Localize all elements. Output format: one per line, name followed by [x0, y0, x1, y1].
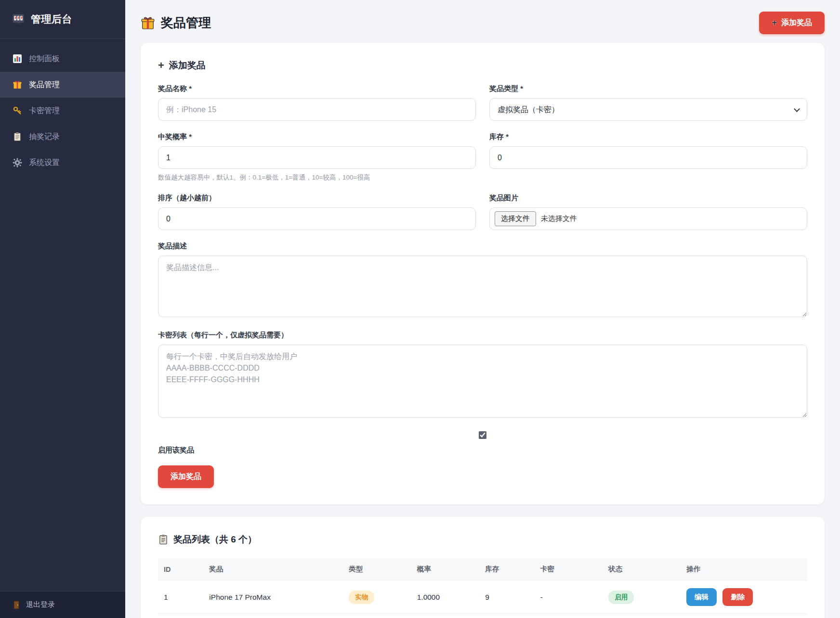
- prize-list-card: 奖品列表（共 6 个） ID 奖品 类型 概率 库存 卡密 状态 操作 1 iP…: [141, 517, 825, 618]
- sidebar-item-records[interactable]: 抽奖记录: [0, 124, 125, 150]
- sidebar-item-label: 卡密管理: [29, 106, 60, 116]
- col-stock: 库存: [479, 558, 535, 580]
- add-prize-card: + 添加奖品 奖品名称 * 奖品类型 * 虚拟奖品（卡密） 中奖概率 *: [141, 43, 825, 504]
- cards-label: 卡密列表（每行一个，仅虚拟奖品需要）: [158, 331, 807, 340]
- table-row: 2 美的电饭锅 虚拟 1.0000 10 0 个 启用 编辑 删除: [158, 614, 807, 618]
- edit-button[interactable]: 编辑: [686, 588, 717, 606]
- stock-input[interactable]: [489, 146, 807, 169]
- enable-prize-label: 启用该奖品: [158, 446, 807, 455]
- clipboard-icon: [158, 534, 169, 545]
- page-title-text: 奖品管理: [161, 14, 211, 31]
- probability-input[interactable]: [158, 146, 476, 169]
- dashboard-icon: [13, 54, 22, 64]
- sort-label: 排序（越小越前）: [158, 193, 476, 203]
- sidebar-item-prizes[interactable]: 奖品管理: [0, 72, 125, 98]
- prize-type-select[interactable]: 虚拟奖品（卡密）: [489, 98, 807, 121]
- clipboard-icon: [13, 132, 22, 142]
- delete-button[interactable]: 删除: [722, 588, 753, 606]
- sidebar-nav: 控制面板 奖品管理 卡密管理: [0, 39, 125, 591]
- plus-icon: +: [772, 18, 777, 28]
- col-id: ID: [158, 558, 203, 580]
- sidebar-item-label: 系统设置: [29, 158, 60, 168]
- door-icon: [13, 601, 20, 609]
- page-header: 奖品管理 + 添加奖品: [141, 12, 825, 34]
- probability-help: 数值越大越容易中，默认1。例：0.1=极低，1=普通，10=较高，100=很高: [158, 173, 476, 182]
- gear-icon: [13, 158, 22, 167]
- page-title: 奖品管理: [141, 14, 211, 31]
- file-status-text: 未选择文件: [541, 214, 577, 223]
- col-type: 类型: [343, 558, 411, 580]
- choose-file-button[interactable]: 选择文件: [495, 211, 536, 226]
- enable-prize-checkbox[interactable]: [479, 431, 486, 439]
- gift-icon: [13, 80, 22, 90]
- plus-icon: +: [158, 59, 164, 72]
- logout-label: 退出登录: [26, 600, 55, 609]
- sidebar: 管理后台 控制面板: [0, 0, 125, 618]
- sidebar-item-cards[interactable]: 卡密管理: [0, 98, 125, 124]
- key-icon: [13, 106, 22, 116]
- app-logo: 管理后台: [0, 0, 125, 39]
- status-badge: 启用: [608, 591, 634, 604]
- col-prize: 奖品: [203, 558, 343, 580]
- sidebar-item-dashboard[interactable]: 控制面板: [0, 46, 125, 72]
- prize-name: 美的电饭锅: [203, 614, 343, 618]
- description-textarea[interactable]: [158, 256, 807, 317]
- sidebar-item-settings[interactable]: 系统设置: [0, 150, 125, 176]
- col-cards: 卡密: [535, 558, 603, 580]
- prize-name: iPhone 17 ProMax: [203, 580, 343, 614]
- form-card-title: + 添加奖品: [158, 59, 807, 72]
- prize-type-label: 奖品类型 *: [489, 84, 807, 93]
- table-row: 1 iPhone 17 ProMax 实物 1.0000 9 - 启用 编辑 删…: [158, 580, 807, 614]
- probability-label: 中奖概率 *: [158, 132, 476, 142]
- sidebar-item-label: 控制面板: [29, 54, 60, 64]
- col-actions: 操作: [681, 558, 807, 580]
- prize-name-input[interactable]: [158, 98, 476, 121]
- app-title: 管理后台: [31, 13, 72, 26]
- main-content: 奖品管理 + 添加奖品 + 添加奖品 奖品名称 * 奖品类型 * 虚拟奖品（卡密…: [125, 0, 840, 618]
- submit-add-prize-button[interactable]: 添加奖品: [158, 465, 214, 488]
- prize-table: ID 奖品 类型 概率 库存 卡密 状态 操作 1 iPhone 17 ProM…: [158, 558, 807, 618]
- logout-button[interactable]: 退出登录: [0, 591, 125, 618]
- sidebar-item-label: 奖品管理: [29, 80, 60, 90]
- image-file-input[interactable]: 选择文件 未选择文件: [489, 207, 807, 230]
- stock-label: 库存 *: [489, 132, 807, 142]
- sidebar-item-label: 抽奖记录: [29, 132, 60, 142]
- list-card-title: 奖品列表（共 6 个）: [158, 533, 807, 546]
- cards-textarea[interactable]: [158, 345, 807, 418]
- description-label: 奖品描述: [158, 242, 807, 251]
- slot-machine-icon: [12, 13, 25, 26]
- col-prob: 概率: [411, 558, 480, 580]
- type-badge: 实物: [349, 591, 374, 604]
- gift-icon: [141, 16, 155, 30]
- add-prize-header-button[interactable]: + 添加奖品: [759, 12, 825, 34]
- image-label: 奖品图片: [489, 193, 807, 203]
- col-status: 状态: [603, 558, 681, 580]
- sort-input[interactable]: [158, 207, 476, 230]
- prize-name-label: 奖品名称 *: [158, 84, 476, 93]
- table-header-row: ID 奖品 类型 概率 库存 卡密 状态 操作: [158, 558, 807, 580]
